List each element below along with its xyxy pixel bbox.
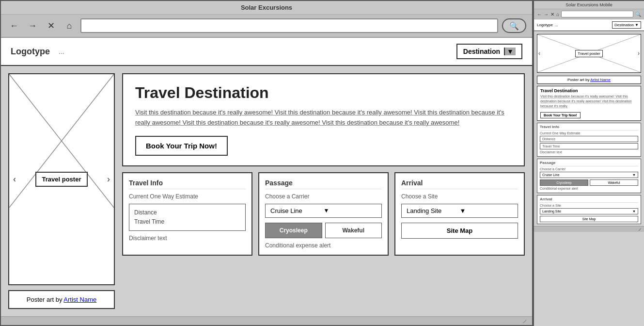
mobile-passage-panel: Passage Choose a Carrier Cruise Line ▼ C…: [537, 159, 641, 193]
site-header: Logotype ... Destination ▼: [1, 38, 532, 66]
mobile-hero-section: Travel Destination Visit this destinatio…: [537, 86, 641, 121]
mobile-poster-credit: Poster art by Artist Name: [537, 76, 641, 84]
status-icon: ⟋: [521, 317, 528, 325]
mobile-back-icon[interactable]: ←: [537, 12, 542, 17]
cryosleep-button[interactable]: Cryosleep: [265, 223, 322, 238]
mobile-title-bar: Solar Excursions Mobile: [534, 1, 644, 9]
travel-info-title: Travel Info: [129, 179, 246, 189]
hero-section: Travel Destination Visit this destinatio…: [122, 73, 525, 166]
travel-info-box: Distance Travel Time: [129, 204, 246, 231]
artist-name-link[interactable]: Artist Name: [63, 296, 96, 303]
main-browser-window: Solar Excursions ← → ✕ ⌂ 🔍 Logotype ... …: [0, 0, 533, 326]
search-icon: 🔍: [509, 21, 519, 31]
mobile-carrier-label: Cruise Line: [542, 173, 632, 177]
browser-toolbar: ← → ✕ ⌂ 🔍: [1, 15, 532, 38]
destination-label: Destination: [463, 48, 500, 55]
page-content: ‹ Travel poster › Poster art by Artist N…: [1, 66, 532, 316]
logotype: Logotype: [11, 47, 50, 57]
search-button[interactable]: 🔍: [502, 18, 526, 33]
passage-title: Passage: [265, 179, 382, 189]
travel-info-panel: Travel Info Current One Way Estimate Dis…: [122, 172, 252, 256]
mobile-nav-bar: ← → ✕ ⌂ 🔍: [534, 9, 644, 19]
mobile-search-icon[interactable]: 🔍: [635, 12, 641, 17]
mobile-stop-icon[interactable]: ✕: [550, 12, 554, 17]
poster-label: Travel poster: [35, 172, 88, 187]
carrier-dropdown[interactable]: Cruise Line ▼: [265, 204, 382, 218]
dropdown-arrow-icon: ▼: [504, 48, 516, 55]
poster-prev-button[interactable]: ‹: [13, 174, 16, 184]
arrival-subtitle: Choose a Site: [401, 193, 518, 200]
hero-title: Travel Destination: [135, 84, 512, 102]
mobile-poster-label: Travel poster: [575, 50, 602, 57]
mobile-panel: Solar Excursions Mobile ← → ✕ ⌂ 🔍 Logoty…: [533, 0, 644, 326]
address-bar[interactable]: [80, 18, 498, 33]
mobile-home-icon[interactable]: ⌂: [556, 12, 559, 17]
forward-button[interactable]: →: [25, 18, 40, 33]
mobile-distance: Distance: [540, 136, 638, 142]
mobile-wakeful-button[interactable]: Wakeful: [590, 179, 638, 186]
mobile-arrival-title: Arrival: [540, 197, 638, 203]
mobile-address-bar[interactable]: [561, 11, 633, 17]
passage-subtitle: Choose a Carrier: [265, 193, 382, 200]
poster-credit-prefix: Poster art by: [27, 296, 64, 303]
mobile-sleep-options: Cryosleep Wakeful: [540, 179, 638, 186]
left-column: ‹ Travel poster › Poster art by Artist N…: [8, 73, 115, 309]
mobile-travel-subtitle: Current One Way Estimate: [540, 131, 638, 135]
mobile-dest-arrow-icon: ▼: [635, 23, 639, 27]
mobile-site-map-button[interactable]: Site Map: [540, 216, 638, 222]
mobile-site-dropdown[interactable]: Landing Site ▼: [540, 208, 638, 214]
right-column: Travel Destination Visit this destinatio…: [122, 73, 525, 309]
mobile-disclaimer: Disclaimer text: [540, 150, 638, 154]
destination-dropdown[interactable]: Destination ▼: [456, 44, 522, 59]
passage-panel: Passage Choose a Carrier Cruise Line ▼ C…: [258, 172, 389, 256]
mobile-destination-label: Destination: [614, 23, 634, 27]
arrival-panel: Arrival Choose a Site Landing Site ▼ Sit…: [394, 172, 525, 256]
mobile-poster-next-button[interactable]: ›: [638, 50, 640, 57]
mobile-passage-title: Passage: [540, 161, 638, 166]
back-button[interactable]: ←: [7, 18, 21, 33]
sleep-options: Cryosleep Wakeful: [265, 223, 382, 238]
site-dropdown[interactable]: Landing Site ▼: [401, 204, 518, 218]
mobile-dots: ...: [555, 23, 558, 27]
disclaimer-text: Disclaimer text: [129, 235, 246, 242]
mobile-logotype: Logotype: [537, 23, 553, 27]
hero-description: Visit this destination because it's real…: [135, 108, 512, 128]
poster-frame: ‹ Travel poster ›: [8, 73, 115, 285]
travel-info-subtitle: Current One Way Estimate: [129, 193, 246, 200]
browser-title-bar: Solar Excursions: [1, 1, 532, 15]
site-dropdown-arrow-icon: ▼: [460, 207, 513, 214]
mobile-cryosleep-button[interactable]: Cryosleep: [540, 179, 588, 186]
mobile-forward-icon[interactable]: →: [544, 12, 549, 17]
mobile-destination-dropdown[interactable]: Destination ▼: [612, 21, 641, 29]
mobile-hero-title: Travel Destination: [540, 88, 638, 93]
mobile-site-header: Logotype ... Destination ▼: [534, 19, 644, 31]
mobile-poster-prev-button[interactable]: ‹: [538, 50, 540, 57]
poster-next-button[interactable]: ›: [107, 174, 110, 184]
travel-time-label: Travel Time: [134, 217, 240, 227]
mobile-carrier-arrow-icon: ▼: [632, 173, 636, 177]
mobile-poster-nav: ‹ Travel poster ›: [538, 50, 640, 57]
info-panels: Travel Info Current One Way Estimate Dis…: [122, 172, 525, 256]
arrival-title: Arrival: [401, 179, 518, 189]
mobile-book-button[interactable]: Book Your Trip Now!: [540, 112, 581, 118]
home-button[interactable]: ⌂: [62, 18, 77, 33]
conditional-expense-alert: Conditional expense alert: [265, 242, 382, 249]
stop-button[interactable]: ✕: [44, 18, 58, 33]
book-trip-button[interactable]: Book Your Trip Now!: [135, 136, 228, 156]
site-map-button[interactable]: Site Map: [401, 223, 518, 239]
wakeful-button[interactable]: Wakeful: [325, 223, 382, 238]
status-bar: ⟋: [1, 316, 532, 325]
mobile-travel-info-panel: Travel Info Current One Way Estimate Dis…: [537, 123, 641, 157]
distance-label: Distance: [134, 208, 240, 217]
carrier-label: Cruise Line: [270, 207, 324, 214]
mobile-status-icon: ⟋: [638, 227, 642, 232]
browser-title: Solar Excursions: [241, 4, 292, 11]
mobile-carrier-dropdown[interactable]: Cruise Line ▼: [540, 172, 638, 178]
mobile-travel-time: Travel Time: [540, 143, 638, 149]
mobile-site-arrow-icon: ▼: [632, 210, 636, 213]
mobile-credit-prefix: Poster art by: [567, 78, 590, 82]
poster-credit: Poster art by Artist Name: [8, 290, 115, 309]
mobile-artist-name-link[interactable]: Artist Name: [590, 78, 611, 82]
mobile-travel-info-title: Travel Info: [540, 125, 638, 130]
carrier-dropdown-arrow-icon: ▼: [324, 207, 377, 214]
